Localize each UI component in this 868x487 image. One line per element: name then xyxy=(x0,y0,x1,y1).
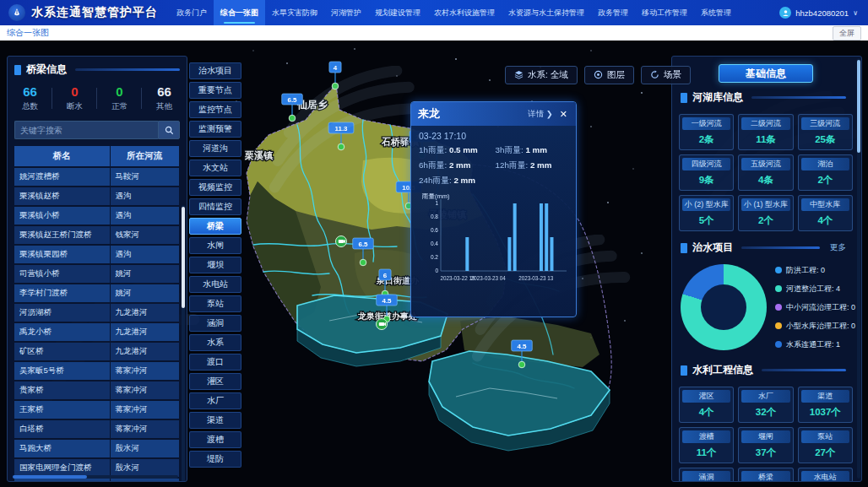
column-header-bridge[interactable]: 桥名 xyxy=(14,146,110,166)
svg-text:4.5: 4.5 xyxy=(517,343,527,350)
camera-icon[interactable] xyxy=(377,319,388,330)
legend-item-河道整治工程[interactable]: 河道整治工程: 4 xyxy=(775,284,855,295)
app-logo-icon xyxy=(8,4,25,21)
map-control-水系: 全域[interactable]: 水系: 全域 xyxy=(505,66,578,84)
basic-info-button[interactable]: 基础信息 xyxy=(719,64,813,83)
table-row[interactable]: 吴家畈5号桥蒋家冲河 xyxy=(14,362,178,380)
layer-item-河道沟[interactable]: 河道沟 xyxy=(189,140,241,157)
table-row[interactable]: 栗溪镇赵王桥门渡桥钱家河 xyxy=(14,226,178,244)
map-control-图层[interactable]: 图层 xyxy=(584,66,634,84)
table-row[interactable]: 栗溪镇小桥遇沟 xyxy=(14,207,178,225)
layer-item-堤防[interactable]: 堤防 xyxy=(189,451,241,468)
stat-tile-小 (2) 型水库[interactable]: 小 (2) 型水库5个 xyxy=(679,195,734,231)
scrollbar-thumb[interactable] xyxy=(857,60,860,153)
layer-item-渠道[interactable]: 渠道 xyxy=(189,412,241,429)
table-row[interactable]: 白塔桥蒋家冲河 xyxy=(14,420,178,438)
layer-item-重要节点[interactable]: 重要节点 xyxy=(189,82,241,99)
table-row[interactable]: 栗溪镇赵桥遇沟 xyxy=(14,187,178,205)
layer-item-涵洞[interactable]: 涵洞 xyxy=(189,315,241,332)
fullscreen-button[interactable]: 全屏 xyxy=(833,26,861,41)
table-row[interactable]: 马跑大桥殷水河 xyxy=(14,440,178,457)
metric-1h雨量: 1h雨量: 0.5 mm xyxy=(419,145,492,156)
map-pin-4[interactable]: 4 xyxy=(329,62,341,89)
table-row[interactable]: 贵家桥蒋家冲河 xyxy=(14,381,178,399)
table-row[interactable]: 王家桥蒋家冲河 xyxy=(14,401,178,419)
table-row[interactable]: 国家电网理金门渡桥殷水河 xyxy=(14,459,178,477)
stat-tile-桥梁[interactable]: 桥梁66个 xyxy=(738,468,793,482)
nav-item-水旱灾害防御[interactable]: 水旱灾害防御 xyxy=(265,0,324,25)
layer-item-水文站[interactable]: 水文站 xyxy=(189,160,241,176)
close-icon[interactable]: ✕ xyxy=(558,109,569,120)
layer-item-渡槽[interactable]: 渡槽 xyxy=(189,431,241,448)
horizontal-scrollbar[interactable] xyxy=(13,475,178,479)
stat-tile-五级河流[interactable]: 五级河流4条 xyxy=(738,154,793,191)
table-row[interactable]: 矿区桥九龙港河 xyxy=(14,343,178,360)
stat-tile-渡槽[interactable]: 渡槽11个 xyxy=(679,427,734,463)
layer-item-视频监控[interactable]: 视频监控 xyxy=(189,179,241,196)
camera-icon[interactable] xyxy=(336,236,347,247)
user-menu[interactable]: hhzb42080201 ∨ xyxy=(779,7,868,19)
vertical-scrollbar[interactable] xyxy=(182,205,185,482)
layer-item-监控节点[interactable]: 监控节点 xyxy=(189,101,241,118)
layer-item-治水项目[interactable]: 治水项目 xyxy=(189,62,241,79)
search-input[interactable] xyxy=(14,121,158,139)
nav-item-水资源与水土保持管理[interactable]: 水资源与水土保持管理 xyxy=(502,0,591,25)
layer-item-灌区[interactable]: 灌区 xyxy=(189,373,241,390)
stat-tile-一级河流[interactable]: 一级河流2条 xyxy=(679,114,734,150)
nav-item-系统管理[interactable]: 系统管理 xyxy=(694,0,738,25)
search-button[interactable] xyxy=(158,121,180,139)
panel-title: 桥梁信息 xyxy=(26,62,67,77)
nav-item-政务门户[interactable]: 政务门户 xyxy=(170,0,214,25)
legend-dot xyxy=(775,285,782,292)
detail-link[interactable]: 详情 ❯ xyxy=(528,109,553,120)
layer-item-水系[interactable]: 水系 xyxy=(189,334,241,351)
layer-item-渡口[interactable]: 渡口 xyxy=(189,354,241,371)
vertical-scrollbar[interactable] xyxy=(857,58,860,479)
scrollbar-thumb[interactable] xyxy=(182,207,185,308)
nav-item-政务管理[interactable]: 政务管理 xyxy=(591,0,635,25)
layer-item-泵站[interactable]: 泵站 xyxy=(189,295,241,312)
donut-ring[interactable] xyxy=(681,264,767,350)
map-control-场景[interactable]: 场景 xyxy=(641,66,691,84)
stat-tile-泵站[interactable]: 泵站27个 xyxy=(798,427,853,463)
stat-tile-四级河流[interactable]: 四级河流9条 xyxy=(679,154,734,191)
stat-tile-涵洞[interactable]: 涵洞47个 xyxy=(679,468,734,482)
table-row[interactable]: 李学村门渡桥姚河 xyxy=(14,284,178,302)
legend-item-中小河流治理工程[interactable]: 中小河流治理工程: 0 xyxy=(775,302,855,313)
layer-item-四情监控[interactable]: 四情监控 xyxy=(189,198,241,215)
layer-item-水电站[interactable]: 水电站 xyxy=(189,276,241,293)
stat-tile-渠道[interactable]: 渠道1037个 xyxy=(798,387,853,423)
stat-tile-水电站[interactable]: 水电站3个 xyxy=(798,468,853,482)
stat-tile-水厂[interactable]: 水厂32个 xyxy=(738,387,793,423)
column-header-river[interactable]: 所在河流 xyxy=(111,146,179,166)
stat-tile-堰闸[interactable]: 堰闸37个 xyxy=(738,427,793,463)
legend-item-防洪工程[interactable]: 防洪工程: 0 xyxy=(775,265,855,276)
table-row[interactable]: 河沥湖桥九龙港河 xyxy=(14,304,178,322)
nav-item-移动工作管理[interactable]: 移动工作管理 xyxy=(635,0,694,25)
layer-item-桥梁[interactable]: 桥梁 xyxy=(189,218,241,235)
layer-item-水厂[interactable]: 水厂 xyxy=(189,392,241,409)
layer-item-水闸[interactable]: 水闸 xyxy=(189,237,241,254)
table-row[interactable]: 司营镇小桥姚河 xyxy=(14,265,178,283)
stat-tile-灌区[interactable]: 灌区4个 xyxy=(679,387,734,423)
breadcrumb[interactable]: 综合一张图 xyxy=(7,27,49,39)
nav-item-农村水利设施管理[interactable]: 农村水利设施管理 xyxy=(427,0,502,25)
stat-tile-中型水库[interactable]: 中型水库4个 xyxy=(798,195,853,231)
table-row[interactable]: 象塘水库桥殷水河 xyxy=(14,479,178,482)
stat-tile-三级河流[interactable]: 三级河流25条 xyxy=(798,114,853,150)
nav-item-河湖管护[interactable]: 河湖管护 xyxy=(324,0,368,25)
nav-item-综合一张图[interactable]: 综合一张图 xyxy=(214,0,265,25)
legend-item-小型水库治理工程[interactable]: 小型水库治理工程: 0 xyxy=(775,321,855,332)
more-link[interactable]: 更多 xyxy=(830,242,846,253)
scrollbar-thumb[interactable] xyxy=(13,475,87,479)
nav-item-规划建设管理[interactable]: 规划建设管理 xyxy=(368,0,427,25)
stat-tile-湖泊[interactable]: 湖泊2个 xyxy=(798,154,853,191)
table-row[interactable]: 姚河渡槽桥马鞍河 xyxy=(14,168,178,186)
table-row[interactable]: 禹龙小桥九龙港河 xyxy=(14,323,178,341)
stat-tile-二级河流[interactable]: 二级河流11条 xyxy=(738,114,793,150)
table-row[interactable]: 栗溪镇栗园桥遇沟 xyxy=(14,246,178,263)
layer-item-监测预警[interactable]: 监测预警 xyxy=(189,121,241,138)
stat-tile-小 (1) 型水库[interactable]: 小 (1) 型水库2个 xyxy=(738,195,793,231)
layer-item-堰坝[interactable]: 堰坝 xyxy=(189,257,241,273)
legend-item-水系连通工程[interactable]: 水系连通工程: 1 xyxy=(775,339,855,350)
